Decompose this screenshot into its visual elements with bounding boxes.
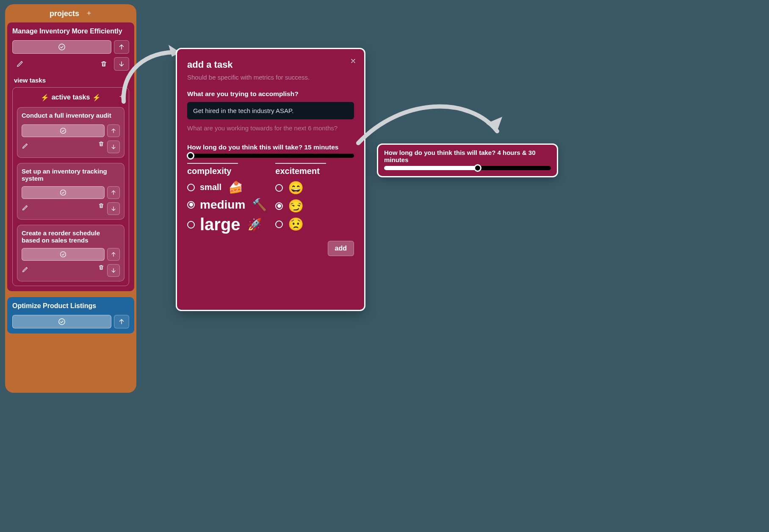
add-button[interactable]: add: [328, 241, 354, 256]
check-circle-icon: [59, 127, 67, 135]
arrow-up-icon: [110, 189, 117, 196]
projects-header: projects: [7, 6, 134, 21]
duration-slider-callout: How long do you think this will take? 4 …: [378, 145, 557, 176]
accomplish-hint: What are you working towards for the nex…: [187, 124, 354, 132]
radio-icon: [187, 201, 195, 209]
edit-task-button[interactable]: [22, 266, 28, 275]
excitement-emoji-icon: 😄: [288, 180, 304, 195]
close-button[interactable]: [349, 57, 357, 65]
complete-task-button[interactable]: [22, 186, 105, 199]
complexity-emoji-icon: 🍰: [228, 180, 243, 194]
trash-icon: [98, 202, 105, 209]
pencil-icon: [16, 60, 24, 68]
check-circle-icon: [58, 317, 66, 326]
complexity-label: small: [200, 182, 221, 192]
active-tasks-header: ⚡ active tasks ⚡: [17, 92, 124, 103]
complexity-option-large[interactable]: large🚀: [187, 215, 267, 234]
complexity-option-medium[interactable]: medium🔨: [187, 198, 267, 212]
arrow-down-icon: [110, 205, 117, 212]
duration-slider[interactable]: [187, 154, 354, 158]
delete-project-button[interactable]: [96, 58, 111, 70]
excitement-option-0[interactable]: 😄: [275, 180, 354, 195]
project-card: Manage Inventory More Efficiently: [7, 22, 134, 291]
slider-thumb[interactable]: [474, 164, 481, 172]
svg-point-3: [61, 252, 66, 257]
edit-task-button[interactable]: [22, 204, 28, 213]
excitement-header: excitement: [275, 166, 354, 176]
move-down-button[interactable]: [114, 57, 129, 71]
add-project-button[interactable]: [86, 9, 92, 18]
svg-point-1: [61, 128, 66, 134]
move-up-button[interactable]: [107, 124, 120, 137]
duration-slider[interactable]: [384, 166, 551, 170]
delete-task-button[interactable]: [98, 264, 105, 277]
plus-icon: [119, 94, 124, 99]
modal-title: add a task: [187, 59, 354, 70]
move-up-button[interactable]: [114, 40, 129, 54]
move-up-button[interactable]: [107, 248, 120, 261]
arrow-down-icon: [110, 267, 117, 274]
slider-thumb[interactable]: [187, 152, 194, 160]
accomplish-input[interactable]: Get hired in the tech industry ASAP.: [187, 102, 354, 119]
complete-project-button[interactable]: [12, 315, 111, 328]
arrow-up-icon: [110, 127, 117, 134]
move-down-button[interactable]: [107, 141, 120, 153]
delete-task-button[interactable]: [98, 141, 105, 153]
projects-header-label: projects: [50, 9, 79, 18]
move-up-button[interactable]: [107, 186, 120, 199]
complexity-emoji-icon: 🚀: [247, 218, 262, 232]
trash-icon: [98, 141, 105, 147]
active-tasks-box: ⚡ active tasks ⚡ Conduct a full inventor…: [12, 87, 129, 286]
move-up-button[interactable]: [114, 315, 129, 328]
project-card: Optimize Product Listings: [7, 297, 134, 334]
excitement-group: excitement 😄😏😟: [275, 163, 354, 237]
task-title: Set up an inventory tracking system: [22, 168, 120, 182]
complete-task-button[interactable]: [22, 124, 105, 137]
radio-icon: [275, 202, 283, 210]
move-down-button[interactable]: [107, 202, 120, 215]
close-icon: [350, 58, 357, 64]
edit-project-button[interactable]: [12, 58, 28, 70]
projects-sidebar: projects Manage Inventory More Efficient…: [5, 4, 136, 393]
svg-point-0: [59, 44, 65, 50]
complexity-header: complexity: [187, 166, 267, 176]
complexity-option-small[interactable]: small🍰: [187, 180, 267, 194]
edit-task-button[interactable]: [22, 143, 28, 151]
radio-icon: [275, 221, 283, 228]
pencil-icon: [22, 143, 28, 149]
task-item: Conduct a full inventory audit: [17, 107, 124, 158]
task-item: Create a reorder schedule based on sales…: [17, 225, 124, 281]
check-circle-icon: [58, 43, 66, 51]
pencil-icon: [22, 266, 28, 273]
pencil-icon: [22, 204, 28, 211]
complexity-emoji-icon: 🔨: [252, 198, 267, 212]
radio-icon: [187, 184, 195, 191]
complete-task-button[interactable]: [22, 248, 105, 261]
add-task-modal: add a task Should be specific with metri…: [177, 49, 364, 310]
bolt-icon: ⚡: [92, 94, 101, 102]
complexity-label: medium: [200, 198, 245, 212]
active-tasks-label: active tasks: [52, 94, 90, 101]
radio-icon: [275, 184, 283, 192]
arrow-down-icon: [110, 143, 117, 150]
excitement-emoji-icon: 😏: [288, 198, 304, 213]
task-title: Conduct a full inventory audit: [22, 112, 120, 120]
svg-point-2: [61, 190, 66, 196]
add-task-button[interactable]: [119, 94, 124, 101]
arrow-up-icon: [118, 318, 125, 325]
complete-project-button[interactable]: [12, 40, 111, 54]
excitement-option-1[interactable]: 😏: [275, 198, 354, 213]
radio-icon: [187, 221, 195, 229]
task-item: Set up an inventory tracking system: [17, 163, 124, 220]
trash-icon: [100, 60, 108, 68]
arrow-up-icon: [110, 251, 117, 258]
duration-slider-label: How long do you think this will take? 15…: [187, 143, 354, 151]
arrow-down-icon: [118, 60, 125, 68]
complexity-group: complexity small🍰medium🔨large🚀: [187, 163, 267, 237]
project-title: Optimize Product Listings: [12, 302, 129, 310]
task-title: Create a reorder schedule based on sales…: [22, 229, 120, 244]
complexity-label: large: [200, 215, 241, 234]
delete-task-button[interactable]: [98, 202, 105, 215]
move-down-button[interactable]: [107, 264, 120, 277]
excitement-option-2[interactable]: 😟: [275, 217, 354, 232]
